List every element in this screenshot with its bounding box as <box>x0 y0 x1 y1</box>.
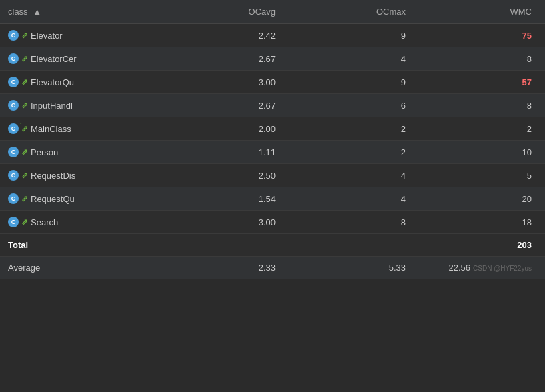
metrics-table: class ▲ OCavg OCmax WMC C⇗Elevator2.4297… <box>0 0 545 279</box>
class-cell: C⇗ElevatorQu <box>0 71 153 93</box>
class-name: MainClass <box>31 124 71 134</box>
class-cell: C⇗ElevatorCer <box>0 47 153 70</box>
class-cell: C⇗InputHandl <box>0 94 153 117</box>
ocmax-cell: 4 <box>284 187 414 211</box>
table-row[interactable]: C⇗ElevatorCer2.6748 <box>0 47 545 71</box>
column-header-ocavg[interactable]: OCavg <box>153 0 284 24</box>
ocavg-cell: 1.54 <box>153 187 284 211</box>
ocmax-cell: 4 <box>284 47 414 71</box>
class-name: ElevatorCer <box>31 54 77 64</box>
wmc-cell: 10 <box>414 141 545 164</box>
link-icon: ⇗ <box>21 194 28 203</box>
column-header-ocmax[interactable]: OCmax <box>284 0 414 24</box>
ocmax-cell: 4 <box>284 164 414 187</box>
wmc-cell: 20 <box>414 187 545 211</box>
table-row[interactable]: C⇗ElevatorQu3.00957 <box>0 71 545 94</box>
ocmax-cell: 9 <box>284 24 414 47</box>
class-name: RequestQu <box>31 194 75 204</box>
link-icon: ⇗ <box>21 217 28 227</box>
class-cell: C⇗RequestQu <box>0 187 153 210</box>
link-icon: ⇗ <box>21 101 28 110</box>
class-cell: C⇗Person <box>0 141 153 163</box>
table-row[interactable]: C⇗InputHandl2.6768 <box>0 94 545 117</box>
class-name: Person <box>31 147 58 157</box>
column-header-class[interactable]: class ▲ <box>0 0 153 24</box>
class-name: Search <box>31 217 58 227</box>
column-header-wmc[interactable]: WMC <box>414 0 545 24</box>
ocmax-cell: 2 <box>284 141 414 164</box>
class-type-icon: C <box>8 123 19 134</box>
class-type-icon: C <box>8 193 19 204</box>
wmc-cell: 2 <box>414 117 545 141</box>
table-row[interactable]: C⇗RequestDis2.5045 <box>0 164 545 187</box>
wmc-cell: 18 <box>414 211 545 234</box>
wmc-cell: 57 <box>414 71 545 94</box>
total-empty-ocavg <box>153 234 284 257</box>
table-header-row: class ▲ OCavg OCmax WMC <box>0 0 545 24</box>
table-row[interactable]: C⇗RequestQu1.54420 <box>0 187 545 211</box>
class-cell: C⇗MainClass <box>0 117 153 140</box>
class-type-icon: C <box>8 30 19 41</box>
ocavg-cell: 2.50 <box>153 164 284 187</box>
total-row: Total203 <box>0 234 545 257</box>
wmc-cell: 5 <box>414 164 545 187</box>
class-name: RequestDis <box>31 171 75 181</box>
wmc-cell: 75 <box>414 24 545 47</box>
class-type-icon: C <box>8 170 19 181</box>
wmc-cell: 8 <box>414 47 545 71</box>
average-ocavg: 2.33 <box>153 257 284 279</box>
class-type-icon: C <box>8 100 19 111</box>
total-empty-ocmax <box>284 234 414 257</box>
link-icon: ⇗ <box>21 54 28 63</box>
average-label: Average <box>0 257 153 279</box>
link-icon: ⇗ <box>21 147 28 157</box>
table-row[interactable]: C⇗MainClass2.0022 <box>0 117 545 141</box>
class-name: ElevatorQu <box>31 77 74 87</box>
class-cell: C⇗Elevator <box>0 24 153 47</box>
class-cell: C⇗Search <box>0 211 153 233</box>
ocmax-cell: 2 <box>284 117 414 141</box>
class-name: Elevator <box>31 31 63 41</box>
ocavg-cell: 3.00 <box>153 71 284 94</box>
ocavg-cell: 1.11 <box>153 141 284 164</box>
wmc-cell: 8 <box>414 94 545 117</box>
ocavg-cell: 2.00 <box>153 117 284 141</box>
ocavg-cell: 3.00 <box>153 211 284 234</box>
total-label: Total <box>0 234 153 256</box>
sort-arrow-icon: ▲ <box>33 7 41 17</box>
class-name: InputHandl <box>31 101 73 111</box>
table-row[interactable]: C⇗Person1.11210 <box>0 141 545 164</box>
table-row[interactable]: C⇗Search3.00818 <box>0 211 545 234</box>
ocmax-cell: 9 <box>284 71 414 94</box>
link-icon: ⇗ <box>21 124 28 133</box>
table-row[interactable]: C⇗Elevator2.42975 <box>0 24 545 47</box>
class-type-icon: C <box>8 77 19 87</box>
ocavg-cell: 2.42 <box>153 24 284 47</box>
ocavg-cell: 2.67 <box>153 94 284 117</box>
metrics-table-container: class ▲ OCavg OCmax WMC C⇗Elevator2.4297… <box>0 0 545 392</box>
ocmax-cell: 8 <box>284 211 414 234</box>
average-wmc: 22.56CSDN @HYF22yus <box>414 257 545 279</box>
ocavg-cell: 2.67 <box>153 47 284 71</box>
class-cell: C⇗RequestDis <box>0 164 153 187</box>
link-icon: ⇗ <box>21 77 28 87</box>
average-ocmax: 5.33 <box>284 257 414 279</box>
class-type-icon: C <box>8 217 19 227</box>
class-type-icon: C <box>8 147 19 157</box>
link-icon: ⇗ <box>21 171 28 180</box>
average-row: Average2.335.3322.56CSDN @HYF22yus <box>0 257 545 279</box>
ocmax-cell: 6 <box>284 94 414 117</box>
link-icon: ⇗ <box>21 31 28 40</box>
total-wmc: 203 <box>414 234 545 257</box>
class-type-icon: C <box>8 53 19 64</box>
